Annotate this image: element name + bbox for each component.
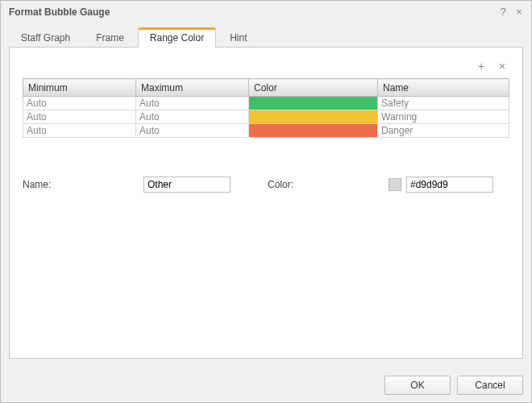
ok-button[interactable]: OK <box>384 376 451 395</box>
cancel-button[interactable]: Cancel <box>457 376 523 395</box>
remove-row-icon[interactable]: × <box>497 60 508 72</box>
cell-min: Auto <box>23 110 135 123</box>
cell-min: Auto <box>23 124 135 137</box>
cell-color-swatch <box>249 124 377 137</box>
add-row-icon[interactable]: + <box>476 60 487 72</box>
fallback-form-row: Name: Color: <box>23 177 509 193</box>
dialog-footer: OK Cancel <box>1 367 531 402</box>
range-table: Minimum Maximum Color Name Auto Auto Saf… <box>23 78 509 138</box>
cell-max: Auto <box>136 110 248 123</box>
col-color[interactable]: Color <box>249 79 378 97</box>
color-label: Color: <box>268 179 389 190</box>
tab-label: Range Color <box>150 32 204 44</box>
color-swatch[interactable] <box>389 178 401 191</box>
help-icon[interactable]: ? <box>496 5 510 19</box>
tab-panel: + × Minimum Maximum Color Name <box>9 48 523 359</box>
tab-frame[interactable]: Frame <box>84 27 136 48</box>
close-icon[interactable]: × <box>512 5 526 19</box>
table-row[interactable]: Auto Auto Safety <box>23 97 509 110</box>
table-row[interactable]: Auto Auto Danger <box>23 124 509 138</box>
tab-range-color[interactable]: Range Color <box>138 27 216 48</box>
cell-min: Auto <box>23 97 135 110</box>
tab-strip: Staff Graph Frame Range Color Hint <box>9 28 523 48</box>
cell-max: Auto <box>136 97 248 110</box>
tab-label: Staff Graph <box>21 32 70 44</box>
col-name[interactable]: Name <box>378 79 509 97</box>
dialog-window: Format Bubble Gauge ? × Staff Graph Fram… <box>0 0 532 403</box>
col-maximum[interactable]: Maximum <box>136 79 249 97</box>
table-header-row: Minimum Maximum Color Name <box>23 79 509 97</box>
cell-name: Warning <box>378 110 509 123</box>
cell-name: Danger <box>378 124 509 137</box>
table-toolbar: + × <box>23 59 509 73</box>
tab-staff-graph[interactable]: Staff Graph <box>9 27 82 48</box>
cell-color-swatch <box>249 110 377 123</box>
cell-name: Safety <box>378 97 509 110</box>
name-input[interactable] <box>143 177 231 193</box>
tab-hint[interactable]: Hint <box>218 27 259 48</box>
tab-label: Frame <box>96 32 124 44</box>
color-input[interactable] <box>406 177 493 193</box>
col-minimum[interactable]: Minimum <box>23 79 136 97</box>
cell-color-swatch <box>249 97 377 110</box>
titlebar: Format Bubble Gauge ? × <box>1 1 531 23</box>
dialog-title: Format Bubble Gauge <box>9 6 494 18</box>
cell-max: Auto <box>136 124 248 137</box>
dialog-content: Staff Graph Frame Range Color Hint + × <box>1 23 531 367</box>
table-row[interactable]: Auto Auto Warning <box>23 110 509 124</box>
name-label: Name: <box>23 179 143 190</box>
tab-label: Hint <box>230 32 247 44</box>
tab-active-accent <box>139 27 215 30</box>
